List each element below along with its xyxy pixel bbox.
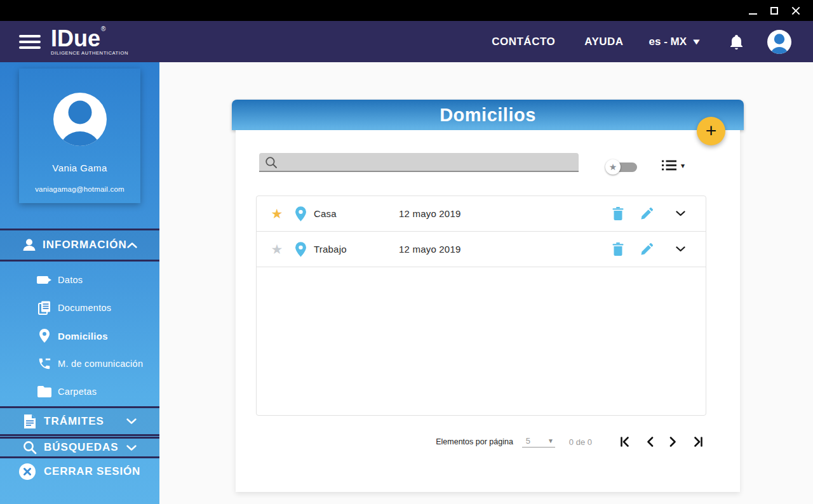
registered-mark: ® bbox=[101, 26, 105, 32]
card-body: ★ ▾ ★ bbox=[236, 130, 740, 492]
location-pin-icon bbox=[287, 242, 314, 257]
search-icon bbox=[265, 156, 278, 171]
select-caret-icon: ▼ bbox=[548, 437, 554, 444]
app-window: IDue ® DILIGENCE AUTHENTICATION CONTÁCTO… bbox=[0, 0, 813, 504]
trash-icon bbox=[612, 207, 624, 220]
menu-button[interactable] bbox=[19, 32, 41, 52]
close-circle-icon bbox=[19, 463, 36, 480]
chevron-right-icon bbox=[669, 437, 677, 447]
sidebar-item-domicilios[interactable]: Domicilios bbox=[0, 322, 159, 350]
location-pin-icon bbox=[287, 206, 314, 222]
delete-button[interactable] bbox=[612, 207, 624, 220]
language-selector[interactable]: es - MX ▼ bbox=[649, 36, 701, 48]
last-page-icon bbox=[693, 437, 703, 447]
maximize-icon bbox=[770, 7, 778, 15]
page-size-value: 5 bbox=[526, 436, 530, 446]
address-date: 12 mayo 2019 bbox=[399, 244, 460, 255]
sidebar-item-label: Carpetas bbox=[58, 387, 97, 397]
expand-chevron-icon[interactable] bbox=[676, 246, 685, 252]
logout-label: CERRAR SESIÓN bbox=[44, 465, 140, 478]
profile-email: vaniagamag@hotmail.com bbox=[19, 185, 140, 193]
file-icon bbox=[22, 414, 38, 428]
logout-button[interactable]: CERRAR SESIÓN bbox=[0, 460, 159, 484]
favorite-star-icon[interactable]: ★ bbox=[267, 206, 287, 222]
card-icon bbox=[37, 275, 52, 284]
profile-avatar bbox=[19, 93, 140, 149]
nav-ayuda[interactable]: AYUDA bbox=[584, 36, 623, 48]
pagination: Elementos por página 5 ▼ 0 de 0 bbox=[436, 436, 703, 448]
chevron-up-icon bbox=[127, 242, 137, 248]
delete-button[interactable] bbox=[612, 242, 624, 256]
next-page-button[interactable] bbox=[669, 437, 677, 447]
first-page-button[interactable] bbox=[620, 437, 630, 447]
phone-icon bbox=[37, 357, 52, 371]
expand-chevron-icon[interactable] bbox=[676, 211, 685, 216]
language-caret-icon: ▼ bbox=[691, 37, 702, 46]
add-address-button[interactable]: + bbox=[697, 117, 725, 145]
sidebar-section-label: BÚSQUEDAS bbox=[44, 441, 119, 454]
items-per-page-label: Elementos por página bbox=[436, 437, 513, 446]
view-mode-dropdown[interactable]: ▾ bbox=[662, 160, 685, 171]
address-row-casa[interactable]: ★ Casa 12 mayo 2019 bbox=[257, 196, 706, 232]
account-button[interactable] bbox=[767, 30, 791, 54]
sidebar-section-label: INFORMACIÓN bbox=[43, 239, 127, 251]
dropdown-caret-icon: ▾ bbox=[681, 161, 685, 170]
minimize-icon bbox=[749, 13, 757, 15]
list-view-icon bbox=[662, 160, 676, 171]
bell-icon bbox=[730, 34, 743, 50]
profile-name: Vania Gama bbox=[19, 162, 140, 173]
edit-button[interactable] bbox=[640, 243, 653, 256]
person-icon bbox=[22, 237, 37, 253]
previous-page-button[interactable] bbox=[646, 437, 654, 447]
close-button[interactable] bbox=[785, 0, 807, 21]
logo-tagline: DILIGENCE AUTHENTICATION bbox=[51, 51, 128, 56]
sidebar-item-label: M. de comunicación bbox=[58, 359, 143, 369]
avatar-icon bbox=[767, 30, 791, 54]
sidebar-section-label: TRÁMITES bbox=[44, 415, 104, 428]
trash-icon bbox=[612, 242, 624, 256]
sidebar-item-label: Datos bbox=[58, 275, 83, 285]
chevron-left-icon bbox=[646, 437, 654, 447]
sidebar: Vania Gama vaniagamag@hotmail.com INFORM… bbox=[0, 62, 159, 504]
last-page-button[interactable] bbox=[693, 437, 703, 447]
sidebar-item-comunicacion[interactable]: M. de comunicación bbox=[0, 350, 159, 378]
edit-button[interactable] bbox=[640, 208, 653, 220]
search-icon bbox=[22, 441, 38, 454]
sidebar-item-documentos[interactable]: Documentos bbox=[0, 294, 159, 322]
chevron-down-icon bbox=[126, 445, 137, 451]
nav-contacto[interactable]: CONTÁCTO bbox=[492, 36, 555, 48]
toggle-thumb-star-icon: ★ bbox=[605, 159, 621, 175]
search-field bbox=[259, 153, 579, 172]
pencil-icon bbox=[640, 243, 653, 256]
maximize-button[interactable] bbox=[763, 0, 785, 21]
hamburger-icon bbox=[19, 35, 41, 37]
notifications-button[interactable] bbox=[730, 34, 743, 50]
location-pin-icon bbox=[37, 329, 52, 343]
sidebar-subnav: Datos Documentos Domicilios bbox=[0, 266, 159, 406]
address-row-trabajo[interactable]: ★ Trabajo 12 mayo 2019 bbox=[257, 232, 706, 267]
favorite-star-icon[interactable]: ★ bbox=[267, 242, 287, 257]
favorites-filter-toggle[interactable]: ★ bbox=[605, 159, 637, 175]
app-header: IDue ® DILIGENCE AUTHENTICATION CONTÁCTO… bbox=[0, 21, 813, 62]
minimize-button[interactable] bbox=[742, 0, 763, 21]
sidebar-item-carpetas[interactable]: Carpetas bbox=[0, 378, 159, 406]
sidebar-item-label: Documentos bbox=[58, 303, 111, 313]
address-name: Casa bbox=[314, 208, 399, 219]
profile-card: Vania Gama vaniagamag@hotmail.com bbox=[19, 69, 140, 203]
chevron-down-icon bbox=[126, 418, 137, 424]
address-name: Trabajo bbox=[314, 244, 399, 255]
language-value: es - MX bbox=[649, 36, 687, 48]
sidebar-section-informacion[interactable]: INFORMACIÓN bbox=[0, 229, 159, 262]
domicilios-card: Domicilios + ★ bbox=[232, 100, 744, 492]
sidebar-section-tramites[interactable]: TRÁMITES bbox=[0, 406, 159, 436]
search-input[interactable] bbox=[259, 153, 579, 172]
sidebar-section-busquedas[interactable]: BÚSQUEDAS bbox=[0, 437, 159, 458]
page-size-select[interactable]: 5 ▼ bbox=[522, 436, 555, 448]
sidebar-item-label: Domicilios bbox=[58, 331, 108, 342]
app-logo: IDue ® DILIGENCE AUTHENTICATION bbox=[51, 27, 128, 56]
folder-icon bbox=[37, 386, 52, 397]
logo-title: IDue bbox=[51, 27, 100, 50]
close-icon bbox=[791, 6, 800, 15]
sidebar-item-datos[interactable]: Datos bbox=[0, 266, 159, 294]
first-page-icon bbox=[620, 437, 630, 447]
